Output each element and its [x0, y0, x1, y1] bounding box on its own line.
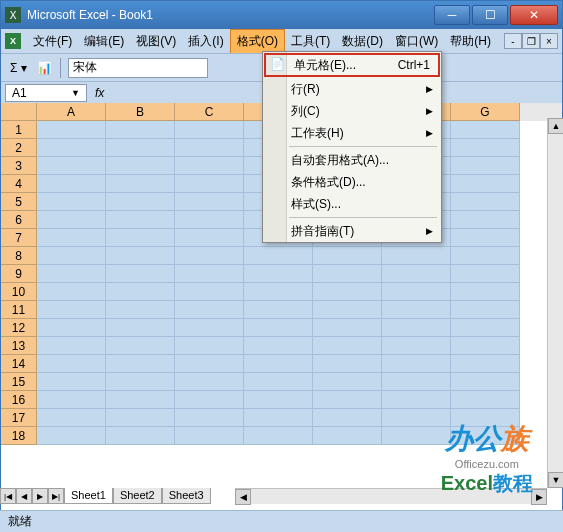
row-header[interactable]: 16 — [1, 391, 37, 409]
cell[interactable] — [175, 211, 244, 229]
cell[interactable] — [244, 265, 313, 283]
fx-button[interactable]: fx — [95, 86, 104, 100]
cell[interactable] — [313, 373, 382, 391]
row-header[interactable]: 5 — [1, 193, 37, 211]
menu-data[interactable]: 数据(D) — [336, 30, 389, 53]
row-header[interactable]: 15 — [1, 373, 37, 391]
cell[interactable] — [313, 355, 382, 373]
cell[interactable] — [175, 139, 244, 157]
cell[interactable] — [175, 409, 244, 427]
row-header[interactable]: 8 — [1, 247, 37, 265]
col-header[interactable]: C — [175, 103, 244, 121]
cell[interactable] — [37, 373, 106, 391]
tab-nav-first[interactable]: |◀ — [0, 488, 16, 504]
cell[interactable] — [451, 139, 520, 157]
cell[interactable] — [106, 391, 175, 409]
scroll-up-button[interactable]: ▲ — [548, 118, 563, 134]
menu-item-sheet[interactable]: 工作表(H)▶ — [263, 122, 441, 144]
cell[interactable] — [313, 247, 382, 265]
sheet-tab[interactable]: Sheet3 — [162, 488, 211, 504]
cell[interactable] — [382, 337, 451, 355]
cell[interactable] — [175, 121, 244, 139]
cell[interactable] — [37, 409, 106, 427]
cell[interactable] — [37, 391, 106, 409]
col-header[interactable]: B — [106, 103, 175, 121]
row-header[interactable]: 3 — [1, 157, 37, 175]
menu-item-column[interactable]: 列(C)▶ — [263, 100, 441, 122]
name-box[interactable]: A1 ▼ — [5, 84, 87, 102]
cell[interactable] — [244, 319, 313, 337]
menu-insert[interactable]: 插入(I) — [182, 30, 229, 53]
cell[interactable] — [106, 121, 175, 139]
maximize-button[interactable]: ☐ — [472, 5, 508, 25]
cell[interactable] — [451, 355, 520, 373]
cell[interactable] — [244, 427, 313, 445]
cell[interactable] — [313, 301, 382, 319]
cell[interactable] — [451, 211, 520, 229]
cell[interactable] — [106, 247, 175, 265]
cell[interactable] — [106, 175, 175, 193]
row-header[interactable]: 10 — [1, 283, 37, 301]
cell[interactable] — [451, 265, 520, 283]
cell[interactable] — [382, 247, 451, 265]
cell[interactable] — [382, 319, 451, 337]
row-header[interactable]: 11 — [1, 301, 37, 319]
cell[interactable] — [451, 427, 520, 445]
autosum-button[interactable]: Σ ▾ — [5, 58, 32, 78]
cell[interactable] — [451, 283, 520, 301]
cell[interactable] — [37, 301, 106, 319]
cell[interactable] — [175, 337, 244, 355]
menu-edit[interactable]: 编辑(E) — [78, 30, 130, 53]
cell[interactable] — [313, 427, 382, 445]
col-header[interactable]: A — [37, 103, 106, 121]
menu-view[interactable]: 视图(V) — [130, 30, 182, 53]
cell[interactable] — [313, 391, 382, 409]
cell[interactable] — [382, 355, 451, 373]
row-header[interactable]: 1 — [1, 121, 37, 139]
menu-tools[interactable]: 工具(T) — [285, 30, 336, 53]
menu-window[interactable]: 窗口(W) — [389, 30, 444, 53]
cell[interactable] — [106, 355, 175, 373]
menu-item-conditional-format[interactable]: 条件格式(D)... — [263, 171, 441, 193]
cell[interactable] — [451, 391, 520, 409]
cell[interactable] — [313, 337, 382, 355]
row-header[interactable]: 6 — [1, 211, 37, 229]
doc-minimize-button[interactable]: - — [504, 33, 522, 49]
cell[interactable] — [382, 283, 451, 301]
row-header[interactable]: 2 — [1, 139, 37, 157]
cell[interactable] — [382, 265, 451, 283]
tab-nav-next[interactable]: ▶ — [32, 488, 48, 504]
cell[interactable] — [451, 157, 520, 175]
cell[interactable] — [244, 409, 313, 427]
cell[interactable] — [37, 355, 106, 373]
cell[interactable] — [244, 355, 313, 373]
cell[interactable] — [451, 337, 520, 355]
minimize-button[interactable]: ─ — [434, 5, 470, 25]
cell[interactable] — [175, 283, 244, 301]
cell[interactable] — [106, 319, 175, 337]
row-header[interactable]: 4 — [1, 175, 37, 193]
cell[interactable] — [451, 409, 520, 427]
doc-restore-button[interactable]: ❐ — [522, 33, 540, 49]
cell[interactable] — [244, 301, 313, 319]
vertical-scrollbar[interactable]: ▲ ▼ — [547, 118, 563, 488]
excel-doc-icon[interactable]: X — [5, 33, 21, 49]
row-header[interactable]: 18 — [1, 427, 37, 445]
cell[interactable] — [37, 337, 106, 355]
cell[interactable] — [106, 337, 175, 355]
cell[interactable] — [244, 247, 313, 265]
cell[interactable] — [37, 157, 106, 175]
cell[interactable] — [244, 373, 313, 391]
cell[interactable] — [175, 193, 244, 211]
cell[interactable] — [451, 229, 520, 247]
cell[interactable] — [106, 139, 175, 157]
menu-item-autoformat[interactable]: 自动套用格式(A)... — [263, 149, 441, 171]
cell[interactable] — [382, 301, 451, 319]
cell[interactable] — [106, 193, 175, 211]
cell[interactable] — [37, 247, 106, 265]
cell[interactable] — [37, 319, 106, 337]
menu-help[interactable]: 帮助(H) — [444, 30, 497, 53]
cell[interactable] — [244, 337, 313, 355]
cell[interactable] — [313, 283, 382, 301]
cell[interactable] — [451, 121, 520, 139]
